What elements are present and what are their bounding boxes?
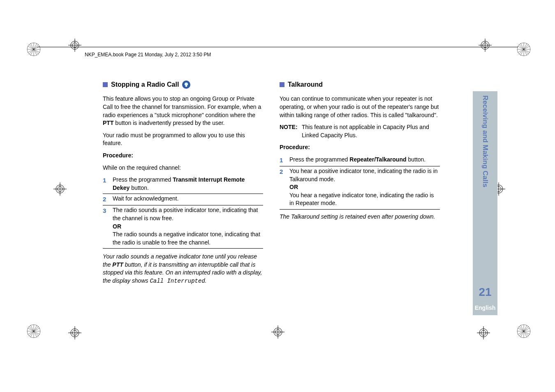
corner-circle-icon [516, 42, 531, 57]
section-heading-stopping: Stopping a Radio Call [103, 80, 263, 89]
step-2: 2 Wait for acknowledgment. [103, 195, 263, 205]
step-text: You hear a positive indicator tone, indi… [289, 167, 440, 208]
register-mark-icon [68, 39, 81, 52]
intro-paragraph: This feature allows you to stop an ongoi… [103, 95, 263, 127]
page-number: 21 [473, 286, 497, 299]
step-text: Press the programmed Repeater/Talkaround… [289, 156, 440, 164]
note-row: NOTE: This feature is not applicable in … [280, 123, 440, 139]
or-label: OR [113, 223, 121, 230]
note-text: This feature is not applicable in Capaci… [302, 123, 440, 139]
ptt-label: PTT [112, 261, 123, 268]
step-3: 3 The radio sounds a positive indicator … [103, 206, 263, 249]
text: . [205, 277, 207, 284]
register-mark-icon [271, 325, 284, 339]
corner-circle-icon [516, 324, 531, 339]
register-mark-icon [479, 39, 492, 52]
procedure-sub: While on the required channel: [103, 164, 263, 172]
heading-text: Stopping a Radio Call [111, 80, 179, 89]
step-number: 1 [280, 156, 289, 164]
programming-note: Your radio must be programmed to allow y… [103, 131, 263, 148]
content-area: Stopping a Radio Call This feature allow… [103, 80, 440, 290]
text: Press the programmed [113, 176, 173, 183]
footer-note: Your radio sounds a negative indicator t… [103, 253, 263, 285]
register-mark-icon [53, 182, 67, 196]
section-tab-title: Receiving and Making Calls [481, 95, 489, 187]
corner-circle-icon [26, 42, 41, 57]
note-label: NOTE: [280, 123, 302, 139]
step-1: 1 Press the programmed Repeater/Talkarou… [280, 156, 440, 166]
text: Press the programmed [289, 156, 349, 163]
ptt-label: PTT [103, 120, 113, 126]
footer-note: The Talkaround setting is retained even … [280, 213, 440, 221]
step-text: Wait for acknowledgment. [113, 195, 263, 203]
language-label: English [473, 304, 497, 311]
heading-text: Talkaround [288, 80, 323, 89]
bullet-icon [103, 82, 108, 87]
intro-paragraph: You can continue to communicate when you… [280, 95, 440, 119]
step-number: 2 [280, 167, 289, 208]
text: button. [407, 156, 426, 163]
register-mark-icon [68, 326, 81, 339]
side-tab: Receiving and Making Calls 21 English [473, 91, 497, 315]
text: button is inadvertently pressed by the u… [113, 120, 224, 126]
header-text: NKP_EMEA.book Page 21 Monday, July 2, 20… [85, 52, 211, 58]
header-divider [37, 47, 518, 47]
feature-icon [182, 81, 190, 89]
text: You hear a negative indicator tone, indi… [289, 192, 434, 207]
procedure-label: Procedure: [280, 143, 440, 152]
text: You hear a positive indicator tone, indi… [289, 168, 438, 182]
step-1: 1 Press the programmed Transmit Interrup… [103, 176, 263, 194]
step-number: 1 [103, 176, 113, 192]
step-text: The radio sounds a positive indicator to… [113, 206, 263, 247]
left-column: Stopping a Radio Call This feature allow… [103, 80, 263, 290]
step-number: 2 [103, 195, 113, 203]
text: This feature allows you to stop an ongoi… [103, 95, 261, 118]
procedure-label: Procedure: [103, 152, 263, 160]
page: NKP_EMEA.book Page 21 Monday, July 2, 20… [0, 0, 555, 392]
or-label: OR [289, 184, 298, 190]
code-text: Call Interrupted [150, 278, 205, 284]
right-column: Talkaround You can continue to communica… [280, 80, 440, 290]
text: button. [130, 184, 149, 191]
bullet-icon [280, 82, 284, 87]
step-2: 2 You hear a positive indicator tone, in… [280, 167, 440, 210]
corner-circle-icon [26, 324, 41, 339]
button-name: Repeater/Talkaround [349, 156, 406, 163]
text: The radio sounds a positive indicator to… [113, 207, 258, 221]
register-mark-icon [477, 326, 490, 339]
step-number: 3 [103, 206, 113, 247]
text: The radio sounds a negative indicator to… [113, 231, 260, 246]
section-heading-talkaround: Talkaround [280, 80, 440, 89]
step-text: Press the programmed Transmit Interrupt … [113, 176, 263, 192]
